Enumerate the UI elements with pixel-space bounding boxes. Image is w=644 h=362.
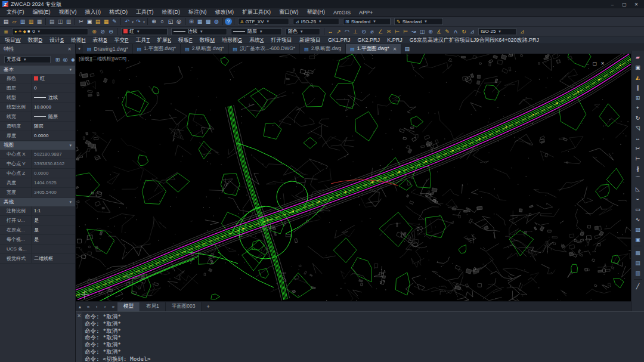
quick-select-icon[interactable]: ◈ [69,55,76,63]
menubar-item[interactable]: 视图(V) [55,8,81,16]
selection-filter-combo[interactable]: 无选择 [4,56,51,63]
dim-override-icon[interactable]: ⊿ [468,27,476,35]
redo-icon[interactable]: ↷ [134,18,143,26]
mirror-icon[interactable]: ◭ [633,73,643,82]
fillet-icon[interactable]: ⌣ [633,194,643,203]
dim-baseline-icon[interactable]: ⊢ [393,27,401,35]
break-icon[interactable]: ∦ [633,164,643,173]
property-value[interactable]: 0.0000 [31,169,75,178]
chamfer-icon[interactable]: ◺ [633,184,643,193]
spreadsheet-icon[interactable]: ▦ [196,18,204,26]
doc-tab[interactable]: ▤汉广基本农...-600.DWG* [229,44,301,54]
extend-icon[interactable]: ⊢ [633,154,643,163]
property-value[interactable] [31,245,75,253]
help-icon[interactable]: ? [225,18,232,25]
property-value[interactable]: 10.0000 [31,103,75,112]
dim-angular-icon[interactable]: ∠ [376,27,385,35]
layer-make-current-icon[interactable]: ⊕ [90,27,98,35]
write-block-icon[interactable]: ▥ [633,268,643,277]
doc-tab[interactable]: ▤2.纵断面.dwg [300,44,346,54]
layer-combo[interactable]: ●☀◆■ 0 [12,28,88,35]
last-layout-icon[interactable]: » [109,302,117,311]
layer-states-icon[interactable]: ⊜ [107,27,115,35]
linetype-combo[interactable]: 连续 [171,28,227,35]
property-value[interactable]: 二维线框 [31,254,75,263]
zoom-realtime-icon[interactable]: ○ [158,18,166,26]
first-layout-icon[interactable]: « [84,302,92,311]
project-menu-item[interactable]: 绘图H [67,36,89,44]
dim-style-combo[interactable]: ⊿ ISO-25 [293,18,339,25]
viewport-controls-label[interactable]: [俯视][二维线框][WCS] [79,55,126,62]
menubar-item[interactable]: APP+ [355,10,377,16]
layer-lock-icon[interactable]: ◆ [23,29,26,34]
table-icon[interactable]: ⊞ [187,18,196,26]
command-close-icon[interactable]: ✕ [76,312,82,362]
prev-layout-icon[interactable]: ‹ [92,302,101,311]
dim-continue-icon[interactable]: ⊨ [401,27,410,35]
undo-icon[interactable]: ↶ [123,18,131,26]
property-value[interactable]: 随层 [31,122,75,131]
properties-section-header[interactable]: 视图 [0,141,75,150]
property-value[interactable]: 是 [31,235,75,244]
project-menu-item[interactable]: 系统X [246,36,267,44]
join-icon[interactable]: ⌒ [633,174,643,183]
menubar-item[interactable]: 工具(T) [132,8,158,16]
dim-diameter-icon[interactable]: ⌀ [368,27,376,35]
property-value[interactable]: 1:1 [31,206,75,215]
array-icon[interactable]: ⊞ [633,93,643,102]
cut-icon[interactable]: ✂ [77,18,85,26]
project-menu-item[interactable]: 工具T [132,36,154,44]
new-file-icon[interactable]: ▤ [2,18,10,26]
layer-freeze-icon[interactable]: ☀ [18,29,21,34]
menubar-item[interactable]: 插入(I) [81,8,106,16]
tab-overflow-icon[interactable]: ▾ [76,47,83,51]
property-value[interactable]: 随层 [31,112,75,121]
menubar-item[interactable]: 绘图(D) [158,8,185,16]
project-action-item[interactable]: GK2.PRJ [354,37,384,43]
viewport-minimize-icon[interactable]: – [586,61,589,66]
add-layout-button[interactable]: + [202,304,214,310]
next-layout-icon[interactable]: › [101,302,109,311]
redo-dropdown-icon[interactable]: ▾ [143,20,145,24]
project-menu-item[interactable]: 设计S [46,36,67,44]
close-button[interactable]: ✕ [631,1,642,8]
menubar-item[interactable]: 编辑(E) [29,8,55,16]
menubar-item[interactable]: 修改(M) [211,8,239,16]
command-window[interactable]: ✕ 命令: *取消* 命令: *取消* 命令: *取消* 命令: *取消* 命令… [76,311,644,362]
dim-tolerance-icon[interactable]: ◫ [418,27,426,35]
text-style-combo[interactable]: A GTF_XV [238,18,289,25]
properties-section-header[interactable]: 基本 [0,66,75,74]
color-combo[interactable]: 红 [121,28,168,35]
publish-icon[interactable]: ▥ [64,18,73,26]
mleader-style-combo[interactable]: ✎ Standard [394,18,443,25]
layer-properties-icon[interactable]: ≣ [2,27,10,35]
doc-tab[interactable]: ▤1.平面图.dwg*✕ [346,44,401,54]
viewport-restore-icon[interactable]: ▢ [593,61,597,66]
zoom-extents-icon[interactable]: ◎ [175,18,183,26]
property-value[interactable]: 1404.0925 [31,178,75,187]
dim-quick-icon[interactable]: ≍ [385,27,393,35]
properties-section-header[interactable]: 其他 [0,198,75,206]
zoom-window-icon[interactable]: ◱ [166,18,175,26]
menubar-item[interactable]: 帮助(H) [303,8,330,16]
paste-icon[interactable]: ▤ [94,18,102,26]
rectangle-icon[interactable]: ▭ [633,205,643,214]
undo-dropdown-icon[interactable]: ▾ [132,20,134,24]
plotstyle-combo[interactable]: 随色 [286,28,320,35]
project-menu-item[interactable]: 平交P [111,36,132,44]
minimize-button[interactable]: – [607,1,618,8]
toggle-pickadd-icon[interactable]: ⊞ [54,55,61,63]
lineweight-combo[interactable]: 随层 [231,28,282,35]
scale-icon[interactable]: ◹ [633,123,643,132]
menubar-item[interactable]: ArcGIS [329,10,355,16]
plot-icon[interactable]: ▤ [48,18,56,26]
save-icon[interactable]: ▥ [18,18,27,26]
spline-icon[interactable]: ∿ [633,215,643,224]
markup-icon[interactable]: ◍ [212,18,221,26]
project-menu-item[interactable]: 模板F [175,36,196,44]
dim-style-manager-icon[interactable]: ⊿ [518,27,527,35]
new-drawing-tab-icon[interactable]: ▤ [401,46,413,52]
stretch-icon[interactable]: ↔ [633,134,643,143]
hatch-icon[interactable]: ▨ [633,225,643,234]
menubar-item[interactable]: 标注(N) [184,8,211,16]
